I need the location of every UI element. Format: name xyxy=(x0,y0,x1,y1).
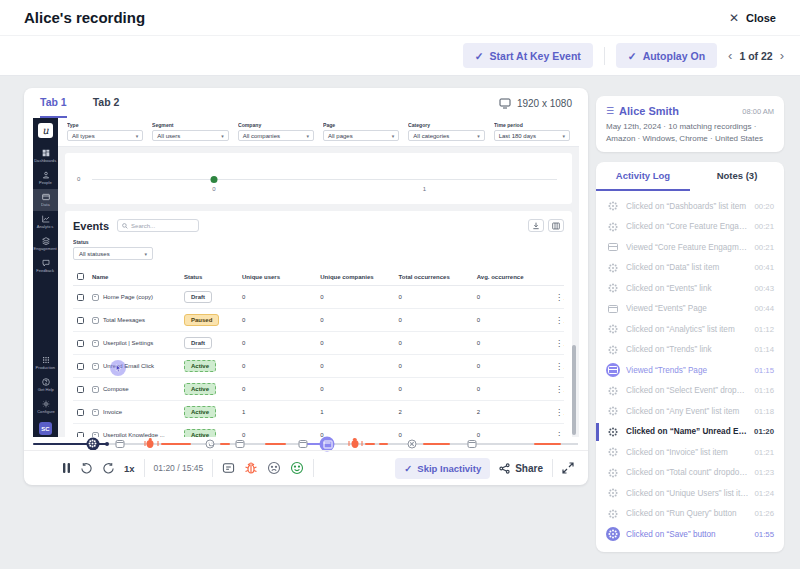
row-menu-icon: ⋮ xyxy=(551,309,564,332)
activity-text: Clicked on “Dashboards” list item xyxy=(626,202,748,211)
activity-log-item[interactable]: Clicked on “Name” Unread Email C... 01:2… xyxy=(596,422,784,443)
note-icon xyxy=(222,462,235,475)
session-player-window: Alice's recording ✕ Close ✓ Start At Key… xyxy=(0,0,800,569)
player-tabbar: Tab 1 Tab 2 1920 x 1080 xyxy=(24,88,588,118)
cursor-icon xyxy=(114,364,123,373)
activity-log-item[interactable]: Clicked on “Unique Users” list item 01:2… xyxy=(596,483,784,504)
player-card: Tab 1 Tab 2 1920 x 1080 u Dashboards Peo… xyxy=(24,88,588,485)
activity-event-icon xyxy=(612,472,614,474)
dashboards-icon xyxy=(42,149,50,157)
activity-log-item[interactable]: Clicked on “Any Event” list item 01:18 xyxy=(596,401,784,422)
smile-reaction-button[interactable] xyxy=(290,461,304,475)
forward-10-button[interactable] xyxy=(102,462,115,475)
timeline-event-marker[interactable] xyxy=(86,437,99,450)
check-icon: ✓ xyxy=(475,50,484,62)
expand-icon xyxy=(562,462,574,474)
sidebar-item-configure: Configure xyxy=(33,396,58,418)
tab-1[interactable]: Tab 1 xyxy=(40,88,67,118)
status-badge: Draft xyxy=(184,291,212,304)
activity-icon-wrap xyxy=(606,507,620,521)
row-menu-icon: ⋮ xyxy=(551,424,564,438)
chart-x-tick-0: 0 xyxy=(212,186,215,192)
avg-occurrence-value: 0 xyxy=(473,309,551,332)
activity-event-icon xyxy=(612,349,614,351)
fullscreen-button[interactable] xyxy=(562,462,574,474)
session-time: 08:00 AM xyxy=(742,107,774,116)
rewind-10-button[interactable] xyxy=(80,462,93,475)
start-at-key-event-button[interactable]: ✓ Start At Key Event xyxy=(463,43,593,68)
activity-log-item[interactable]: Clicked on “Events” link 00:43 xyxy=(596,278,784,299)
activity-log-item[interactable]: Viewed “Events” Page 00:44 xyxy=(596,299,784,320)
timeline-event-marker[interactable] xyxy=(116,440,125,448)
timeline-event-marker[interactable] xyxy=(206,439,215,448)
column-unique-users: Unique users xyxy=(238,268,316,286)
monitor-icon xyxy=(499,98,511,109)
activity-text: Clicked on “Select Event” dropdown xyxy=(626,386,748,395)
player-controls: 1x 01:20 / 15:45 ✓ Skip Inactivity xyxy=(24,450,588,485)
activity-log-item[interactable]: Clicked on “Total count” dropdown 01:23 xyxy=(596,463,784,484)
playback-speed[interactable]: 1x xyxy=(124,463,135,474)
unique-companies-value: 0 xyxy=(316,378,394,401)
row-checkbox xyxy=(77,294,84,301)
activity-event-icon xyxy=(612,410,614,412)
status-dropdown: All statuses xyxy=(73,247,153,260)
activity-log-item[interactable]: Viewed “Core Feature Engagment” 00:21 xyxy=(596,237,784,258)
activity-event-icon xyxy=(608,243,618,251)
row-checkbox xyxy=(77,363,84,370)
event-name: Total Meesages xyxy=(103,317,145,323)
timeline-segment xyxy=(265,443,287,445)
report-bug-button[interactable] xyxy=(244,461,258,475)
add-note-button[interactable] xyxy=(222,462,235,475)
avg-occurrence-value: 0 xyxy=(473,355,551,378)
timeline-event-marker[interactable] xyxy=(320,436,335,451)
timeline-event-marker[interactable] xyxy=(236,440,245,448)
tab-activity-log[interactable]: Activity Log xyxy=(596,162,690,191)
timeline-event-marker[interactable] xyxy=(298,440,307,448)
tab-2[interactable]: Tab 2 xyxy=(93,88,120,118)
column-unique-companies: Unique companies xyxy=(316,268,394,286)
close-icon: ✕ xyxy=(729,11,739,25)
share-label: Share xyxy=(515,463,543,474)
resolution-label: 1920 x 1080 xyxy=(517,98,572,109)
sidebar-item-engagement: Engagement xyxy=(33,233,58,255)
timeline-event-marker[interactable] xyxy=(407,439,416,448)
timeline-event-marker[interactable] xyxy=(105,442,109,446)
activity-log-item[interactable]: Clicked on “Dashboards” list item 00:20 xyxy=(596,196,784,217)
timeline-event-marker[interactable] xyxy=(467,440,476,448)
session-user-card[interactable]: ☰ Alice Smith 08:00 AM May 12th, 2024 · … xyxy=(596,96,784,152)
timeline-event-marker[interactable] xyxy=(351,440,358,448)
activity-icon-wrap xyxy=(606,240,620,254)
autoplay-toggle-button[interactable]: ✓ Autoplay On xyxy=(616,43,717,68)
event-table-row: Total Meesages Paused 0 0 0 0 ⋮ xyxy=(73,309,564,332)
event-table-row: Home Page (copy) Draft 0 0 0 0 ⋮ xyxy=(73,286,564,309)
activity-log-item[interactable]: Clicked on “Core Feature Engagem... 00:2… xyxy=(596,217,784,238)
recording-frame[interactable]: u Dashboards People Data Analytics xyxy=(33,118,579,437)
pause-button[interactable] xyxy=(62,462,71,474)
unique-companies-value: 0 xyxy=(316,286,394,309)
frown-reaction-button[interactable] xyxy=(267,461,281,475)
player-timeline[interactable] xyxy=(33,437,578,450)
activity-icon-wrap xyxy=(606,466,620,480)
share-button[interactable]: Share xyxy=(499,463,543,474)
close-button[interactable]: ✕ Close xyxy=(729,11,776,25)
timeline-event-marker[interactable] xyxy=(147,440,154,448)
activity-log-item[interactable]: Clicked on “Data” list item 00:41 xyxy=(596,258,784,279)
activity-log-item[interactable]: Clicked on “Run Query” button 01:26 xyxy=(596,504,784,525)
sidebar-item-people: People xyxy=(33,167,58,189)
tab-notes[interactable]: Notes (3) xyxy=(690,162,784,191)
activity-log-item[interactable]: Clicked on “Save” button 01:55 xyxy=(596,524,784,545)
skip-inactivity-toggle[interactable]: ✓ Skip Inactivity xyxy=(395,458,490,479)
controls-divider xyxy=(212,459,213,477)
activity-text: Clicked on “Invoice” list item xyxy=(626,448,748,457)
help-icon xyxy=(42,378,50,386)
next-recording-button[interactable]: › xyxy=(780,49,784,62)
activity-log-item[interactable]: Clicked on “Invoice” list item 01:21 xyxy=(596,442,784,463)
activity-log-item[interactable]: Clicked on “Analytics” list item 01:12 xyxy=(596,319,784,340)
events-header: Events Search... xyxy=(73,219,564,232)
activity-event-icon xyxy=(612,226,614,228)
activity-log-item[interactable]: Viewed “Trends” Page 01:15 xyxy=(596,360,784,381)
activity-timestamp: 01:15 xyxy=(754,366,774,375)
previous-recording-button[interactable]: ‹ xyxy=(728,49,732,62)
activity-log-item[interactable]: Clicked on “Select Event” dropdown 01:16 xyxy=(596,381,784,402)
activity-log-item[interactable]: Clicked on “Trends” link 01:14 xyxy=(596,340,784,361)
